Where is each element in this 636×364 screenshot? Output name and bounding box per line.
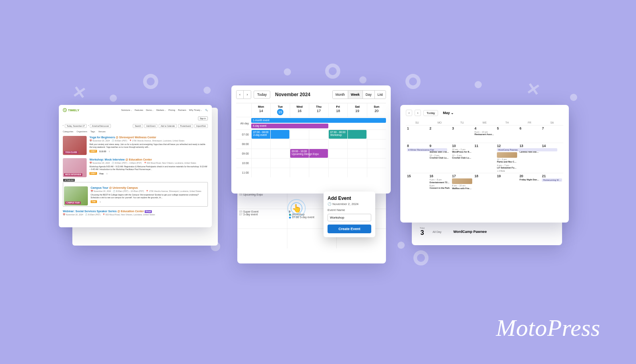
time-cell[interactable] — [309, 168, 328, 177]
toolbar-btn[interactable]: Search — [133, 124, 143, 128]
allday-event[interactable]: 1-month event — [251, 118, 386, 123]
time-cell[interactable] — [347, 159, 366, 168]
day-cell[interactable]: 1310 am – 11 amCentral Park Ribbon Cutti… — [518, 143, 541, 173]
time-cell[interactable] — [367, 149, 386, 158]
prev-button[interactable]: ‹ — [406, 110, 412, 116]
mini-event[interactable]: 8 pm – 10 pmRestaurant Association Mixer — [475, 131, 495, 136]
tab-item[interactable]: Tags — [91, 130, 95, 133]
more-link[interactable]: + 2 More — [497, 170, 517, 172]
allday-lane[interactable]: 1-month event4-day event — [251, 117, 386, 130]
event-row[interactable]: Webinar: Social Services Speaker Series … — [63, 210, 208, 216]
toolbar-btn[interactable]: Add Event — [144, 124, 157, 128]
event-title[interactable]: Yoga for Beginners @ Shreveport Wellness… — [89, 136, 208, 139]
prev-button[interactable]: ‹ — [237, 91, 244, 99]
today-button[interactable]: Today — [254, 91, 270, 99]
day-header[interactable]: Sun20 — [367, 103, 386, 117]
prev-icon[interactable]: ‹ — [63, 124, 64, 128]
time-cell[interactable] — [309, 159, 328, 168]
time-cell[interactable] — [309, 149, 328, 158]
time-cell[interactable] — [270, 159, 289, 168]
day-cell[interactable]: 19 — [496, 173, 518, 191]
view-button-day[interactable]: Day — [363, 91, 374, 99]
mini-event[interactable]: Friday Night Dance Party — [520, 178, 540, 181]
time-cell[interactable] — [328, 159, 347, 168]
time-cell[interactable] — [290, 159, 309, 168]
time-cell[interactable] — [309, 130, 328, 139]
cal-cell[interactable]: 05 Super Event 07 3-day event — [237, 209, 287, 228]
event-title[interactable]: Workshop: Mock Interview @ Education Cen… — [89, 158, 208, 161]
day-header[interactable]: Sat19 — [347, 103, 366, 117]
mini-event[interactable]: 12 – 2 pmParks and Rec Committee — [497, 158, 517, 163]
date-chip[interactable]: Today, November 27 — [65, 124, 87, 128]
time-cell[interactable] — [270, 149, 289, 158]
event-name-input[interactable] — [328, 214, 371, 221]
share-icon[interactable]: ⇪ — [99, 201, 101, 203]
share-icon[interactable]: ⇪ — [106, 172, 108, 175]
mini-event[interactable]: 10 am – 2 pmWordPress for Beginners — [452, 148, 472, 153]
day-header[interactable]: Tue15 — [270, 103, 289, 117]
time-cell[interactable] — [347, 149, 366, 158]
time-cell[interactable] — [328, 168, 347, 177]
time-cell[interactable] — [367, 159, 386, 168]
day-cell[interactable]: 5 — [496, 125, 518, 143]
time-cell[interactable]: 09:00 - 10:00Upcoming Design Expo — [290, 149, 309, 158]
time-cell[interactable] — [270, 139, 289, 149]
day-cell[interactable]: 12WordCamp Pawnee12 – 2 pmParks and Rec … — [496, 143, 518, 173]
next-button[interactable]: › — [244, 91, 251, 99]
time-cell[interactable] — [328, 139, 347, 149]
nav-item[interactable]: Demo — [146, 109, 153, 111]
event-row[interactable]: YOGA CLASS Yoga for Beginners @ Shrevepo… — [63, 136, 208, 155]
time-cell[interactable] — [251, 168, 270, 177]
mini-event[interactable]: 8 pmConcert in the Park — [430, 184, 450, 190]
today-button[interactable]: Today — [423, 110, 438, 116]
day-cell[interactable]: 21Homecoming Weekend — [541, 173, 563, 191]
day-cell[interactable]: 20Friday Night Dance Party — [518, 173, 541, 191]
event-title[interactable]: Campus Tour @ University Campus — [91, 186, 207, 189]
nav-item[interactable]: Partners — [178, 109, 186, 111]
tab-item[interactable]: Categories — [63, 130, 74, 133]
event-row[interactable]: CAMPUS TOUR Campus Tour @ University Cam… — [64, 186, 207, 205]
day-cell[interactable]: 7 — [541, 125, 563, 143]
event-title[interactable]: Webinar: Social Services Speaker Series … — [63, 210, 208, 213]
mini-event[interactable]: 8 am – 10 amWaffles with Friends — [452, 184, 472, 190]
day-cell[interactable]: 1010 am – 2 pmWordPress for Beginners12 … — [451, 143, 473, 173]
nav-item[interactable]: Pricing — [169, 109, 175, 111]
day-cell[interactable]: 15 — [406, 173, 429, 191]
buy-badge[interactable]: $ BUY — [89, 172, 97, 175]
next-icon[interactable]: › — [88, 124, 89, 128]
time-cell[interactable] — [328, 149, 347, 158]
time-cell[interactable] — [367, 130, 386, 139]
allday-event[interactable]: WordCamp Pawnee — [497, 148, 557, 151]
day-cell[interactable]: 3 — [451, 125, 473, 143]
time-cell[interactable]: 07:00 - 08:00Workshop — [328, 130, 347, 139]
day-header[interactable]: Thu17 — [309, 103, 328, 117]
day-cell[interactable]: 178 am – 10 amWaffles with Friends — [451, 173, 473, 191]
allday-event[interactable]: Homecoming Weekend — [542, 178, 562, 182]
time-cell[interactable] — [347, 139, 366, 149]
day-cell[interactable]: 14 — [541, 143, 563, 173]
mini-event[interactable]: 4 pm – 8 pmEntertainment 720 Open House — [430, 178, 450, 184]
search-icon[interactable]: 🔍 — [205, 109, 208, 111]
time-cell[interactable] — [367, 168, 386, 177]
day-cell[interactable]: 164 pm – 8 pmEntertainment 720 Open Hous… — [429, 173, 451, 191]
buy-badge[interactable]: $ BUY — [89, 150, 97, 153]
time-cell[interactable] — [290, 168, 309, 177]
day-cell[interactable]: 910 am – 2 pmWaffles with Friends12 – 2 … — [429, 143, 451, 173]
time-cell[interactable] — [309, 139, 328, 149]
time-cell[interactable] — [347, 130, 366, 139]
mini-event[interactable]: 4 pm – 7 pmLil' Sebastian Fundraiser — [497, 164, 517, 169]
day-header[interactable]: Wed16 — [290, 103, 309, 117]
nav-item[interactable]: Solutions — [121, 109, 132, 111]
time-cell[interactable] — [251, 159, 270, 168]
time-cell[interactable] — [290, 139, 309, 149]
time-cell[interactable] — [270, 168, 289, 177]
day-cell[interactable]: 2 — [429, 125, 451, 143]
create-event-button[interactable]: Create Event — [328, 225, 371, 233]
tab-item[interactable]: Venues — [98, 130, 105, 133]
nav-item[interactable]: Markets — [156, 109, 166, 111]
day-header[interactable]: Mon14 — [251, 103, 270, 117]
view-button-month[interactable]: Month — [333, 91, 348, 99]
event-row[interactable]: MOCK INTERVIEW Workshop: Mock Interview … — [63, 158, 208, 177]
nav-item[interactable]: Why Timely — [189, 109, 202, 111]
time-cell[interactable] — [251, 149, 270, 158]
